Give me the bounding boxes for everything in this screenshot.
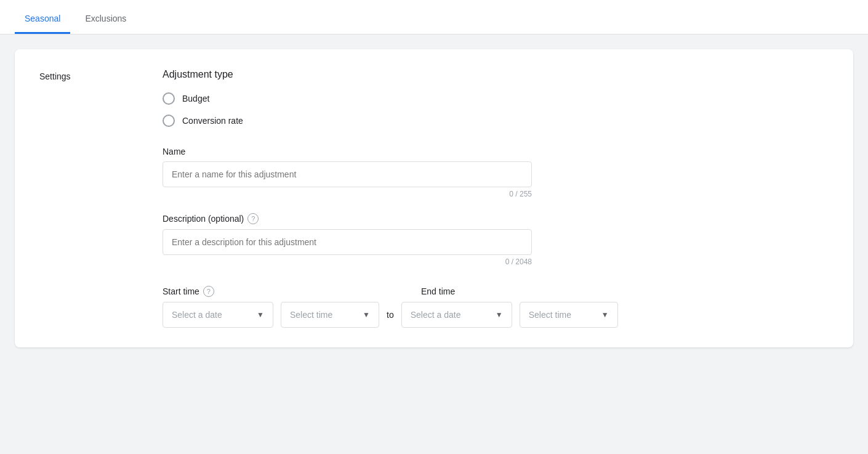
end-time-label-container: End time bbox=[421, 286, 655, 301]
start-time-chevron-icon: ▼ bbox=[363, 310, 370, 319]
start-time-select[interactable]: Select time ▼ bbox=[281, 302, 379, 328]
end-time-select[interactable]: Select time ▼ bbox=[520, 302, 618, 328]
description-input[interactable] bbox=[163, 229, 532, 255]
end-date-select[interactable]: Select a date ▼ bbox=[401, 302, 512, 328]
tab-seasonal[interactable]: Seasonal bbox=[15, 4, 70, 34]
start-time-label: Start time ? bbox=[163, 286, 421, 297]
end-time-placeholder: Select time bbox=[529, 310, 571, 320]
radio-conversion-rate-label: Conversion rate bbox=[182, 116, 243, 126]
end-date-placeholder: Select a date bbox=[411, 310, 461, 320]
time-section: Start time ? End time Select a date ▼ bbox=[163, 286, 532, 328]
main-content: Settings Adjustment type Budget Conversi… bbox=[0, 34, 868, 362]
end-time-chevron-icon: ▼ bbox=[601, 310, 609, 319]
adjustment-type-section: Adjustment type Budget Conversion rate bbox=[163, 69, 532, 127]
tab-bar: Seasonal Exclusions bbox=[0, 0, 868, 34]
settings-section-label: Settings bbox=[39, 69, 113, 328]
settings-card: Settings Adjustment type Budget Conversi… bbox=[15, 49, 853, 347]
description-char-count: 0 / 2048 bbox=[163, 257, 532, 266]
start-time-help-icon[interactable]: ? bbox=[203, 286, 214, 297]
time-label-row: Start time ? End time bbox=[163, 286, 532, 302]
name-field-section: Name 0 / 255 bbox=[163, 147, 532, 198]
adjustment-type-title: Adjustment type bbox=[163, 69, 532, 80]
start-date-chevron-icon: ▼ bbox=[257, 310, 264, 319]
radio-budget-label: Budget bbox=[182, 94, 209, 103]
description-field-label: Description (optional) ? bbox=[163, 213, 532, 224]
radio-conversion-rate[interactable]: Conversion rate bbox=[163, 115, 532, 127]
end-time-label: End time bbox=[421, 286, 655, 296]
description-field-section: Description (optional) ? 0 / 2048 bbox=[163, 213, 532, 266]
tab-exclusions[interactable]: Exclusions bbox=[75, 4, 136, 34]
radio-conversion-rate-circle bbox=[163, 115, 175, 127]
selects-row: Select a date ▼ Select time ▼ to Select … bbox=[163, 302, 532, 328]
description-help-icon[interactable]: ? bbox=[247, 213, 259, 224]
radio-budget[interactable]: Budget bbox=[163, 92, 532, 105]
start-time-placeholder: Select time bbox=[290, 310, 332, 320]
name-char-count: 0 / 255 bbox=[163, 190, 532, 198]
adjustment-type-radio-group: Budget Conversion rate bbox=[163, 92, 532, 127]
start-date-select[interactable]: Select a date ▼ bbox=[163, 302, 273, 328]
radio-budget-circle bbox=[163, 92, 175, 105]
start-date-placeholder: Select a date bbox=[172, 310, 222, 320]
end-date-chevron-icon: ▼ bbox=[496, 310, 503, 319]
name-input[interactable] bbox=[163, 161, 532, 187]
to-label: to bbox=[387, 310, 394, 320]
start-time-label-container: Start time ? bbox=[163, 286, 421, 302]
settings-body: Adjustment type Budget Conversion rate N… bbox=[163, 69, 532, 328]
name-field-label: Name bbox=[163, 147, 532, 156]
